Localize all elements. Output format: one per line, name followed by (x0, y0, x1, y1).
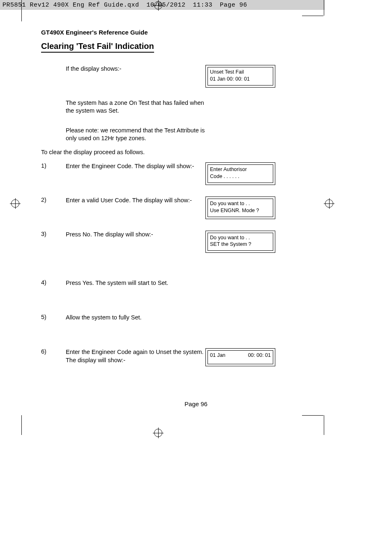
lcd-display-engnr-mode: Do you want to . . Use ENGNR. Mode ? (205, 197, 275, 219)
registration-mark-right (324, 198, 334, 209)
slug-filename: PR5851 Rev12 490X Eng Ref Guide.qxd (2, 2, 139, 9)
step-text: Press No. The display will show:- (66, 231, 205, 239)
slug-page: Page 96 (220, 2, 247, 9)
step-number: 4) (41, 279, 66, 286)
lcd-line2: 01 Jan 00: 00: 01 (210, 76, 271, 83)
registration-mark-top (153, 0, 164, 11)
crop-mark (324, 0, 324, 16)
crop-mark (324, 415, 324, 435)
running-head: GT490X Engineer's Reference Guide (41, 29, 296, 36)
page-root: PR5851 Rev12 490X Eng Ref Guide.qxd 10/0… (0, 0, 392, 555)
crop-mark (302, 415, 323, 416)
crop-mark (21, 415, 22, 435)
lcd-display-set-system: Do you want to . . SET the System ? (205, 231, 275, 253)
step-text: Allow the system to fully Set. (66, 314, 205, 322)
registration-mark-left (10, 198, 21, 209)
step-row-2: 2) Enter a valid User Code. The display … (41, 197, 296, 219)
lcd-line1: Unset Test Fail (210, 69, 271, 76)
slug-date: 10/05/2012 (147, 2, 186, 9)
intro-row-1: If the display shows:- Unset Test Fail 0… (41, 65, 296, 88)
step-number: 3) (41, 231, 66, 237)
step-number: 1) (41, 162, 66, 169)
lcd-display-idle: 01 Jan 00: 00: 01 (205, 348, 275, 366)
lcd-line2-left: 01 Jan (210, 352, 226, 359)
section-title: Clearing 'Test Fail' Indication (41, 42, 154, 53)
lcd-display-unset-test-fail: Unset Test Fail 01 Jan 00: 00: 01 (205, 65, 275, 88)
lcd-line2: Code . . . . . . (210, 173, 271, 180)
slug-time: 11:33 (193, 2, 213, 9)
intro-lead: To clear the display proceed as follows. (41, 148, 247, 157)
step-number: 5) (41, 314, 66, 320)
step-number: 2) (41, 197, 66, 203)
crop-mark (21, 0, 22, 21)
lcd-line2: Use ENGNR. Mode ? (210, 207, 271, 214)
lcd-line1: Do you want to . . (210, 234, 271, 241)
step-text: Press Yes. The system will start to Set. (66, 279, 205, 287)
step-row-6: 6) Enter the Engineer Code again to Unse… (41, 348, 296, 366)
page-number: Page 96 (0, 400, 392, 407)
step-text: Enter the Engineer Code again to Unset t… (66, 348, 205, 364)
lcd-display-enter-authorisor: Enter Authorisor Code . . . . . . (205, 162, 275, 185)
step-row-4: 4) Press Yes. The system will start to S… (41, 279, 296, 287)
intro-row-2: The system has a zone On Test that has f… (41, 99, 296, 115)
step-row-5: 5) Allow the system to fully Set. (41, 314, 296, 322)
crop-mark (302, 16, 323, 16)
step-text: Enter a valid User Code. The display wil… (66, 197, 205, 205)
lcd-line2-right: 00: 00: 01 (248, 352, 271, 359)
lcd-line1: Enter Authorisor (210, 166, 271, 173)
intro-para3: Please note: we recommend that the Test … (66, 127, 205, 143)
step-number: 6) (41, 348, 66, 355)
step-row-1: 1) Enter the Engineer Code. The display … (41, 162, 296, 185)
intro-para2: The system has a zone On Test that has f… (66, 99, 205, 115)
content-area: GT490X Engineer's Reference Guide Cleari… (41, 29, 296, 372)
intro-lead-row: To clear the display proceed as follows. (41, 148, 296, 157)
lcd-line2: SET the System ? (210, 241, 271, 248)
step-text: Enter the Engineer Code. The display wil… (66, 162, 205, 171)
registration-mark-bottom (153, 428, 164, 438)
step-row-3: 3) Press No. The display will show:- Do … (41, 231, 296, 253)
intro-line1: If the display shows:- (66, 65, 205, 73)
lcd-line1: Do you want to . . (210, 200, 271, 207)
intro-row-3: Please note: we recommend that the Test … (41, 127, 296, 143)
